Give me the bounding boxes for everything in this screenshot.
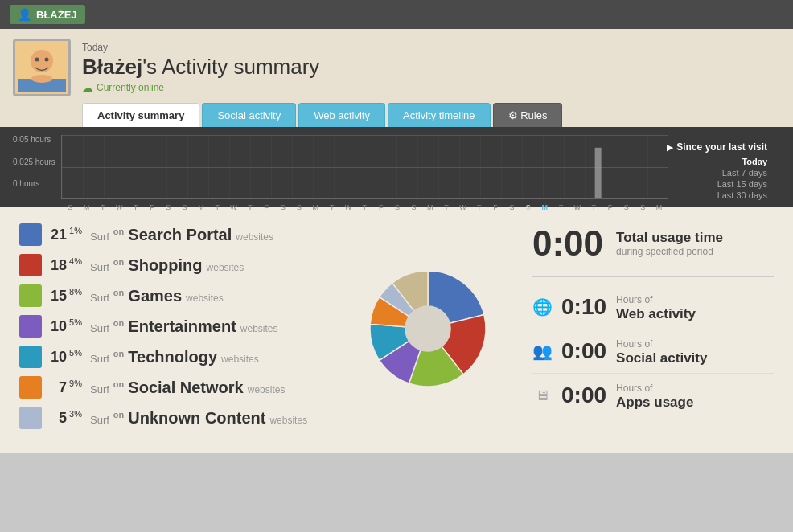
since-7days[interactable]: Last 7 days — [722, 167, 767, 178]
pie-chart — [355, 256, 500, 404]
svg-point-2 — [35, 58, 39, 62]
online-text: Currently online — [97, 82, 164, 93]
tab-social-activity[interactable]: Social activity — [202, 103, 296, 127]
total-label: Total usage time — [616, 230, 723, 246]
since-15days[interactable]: Last 15 days — [717, 178, 767, 190]
svg-point-10 — [405, 305, 451, 352]
since-title: ▶ Since your last visit — [663, 141, 767, 153]
play-icon: ▶ — [667, 143, 673, 152]
tab-activity-timeline[interactable]: Activity timeline — [388, 103, 491, 127]
since-options: Today Last 7 days Last 15 days Last 30 d… — [663, 156, 767, 201]
legend-color-shopping — [19, 254, 42, 276]
apps-label: Hours of — [616, 383, 652, 394]
since-30days[interactable]: Last 30 days — [717, 190, 767, 201]
tab-activity-summary[interactable]: Activity summary — [82, 103, 199, 127]
social-label: Hours of — [616, 338, 652, 350]
tab-rules[interactable]: ⚙ Rules — [493, 103, 563, 127]
legend-color-unknown — [19, 407, 42, 429]
header: Today Błażej's Activity summary ☁ Curren… — [0, 29, 793, 127]
apps-icon: 🖥 — [532, 387, 552, 404]
web-name: Web activity — [616, 306, 696, 322]
page-title: Błażej's Activity summary — [82, 55, 780, 80]
list-item: 21.1% Surf on Search Portal websites — [19, 223, 516, 246]
since-today[interactable]: Today — [742, 156, 767, 167]
apps-time: 0:00 — [561, 383, 606, 408]
apps-usage-stat: 🖥 0:00 Hours of Apps usage — [532, 374, 774, 417]
online-dot-icon: ☁ — [82, 81, 93, 94]
user-icon: 👤 — [18, 8, 31, 21]
today-label: Today — [82, 42, 780, 53]
svg-point-5 — [31, 75, 52, 83]
main-content: 21.1% Surf on Search Portal websites 18.… — [0, 207, 793, 453]
svg-point-1 — [31, 50, 53, 72]
user-name: Błażej — [82, 55, 142, 79]
globe-icon: 🌐 — [532, 297, 552, 317]
chart-area: 0.05 hours 0.025 hours 0 hours S — [0, 127, 793, 207]
avatar — [13, 39, 71, 96]
chart-y-label-bot: 0 hours — [13, 179, 61, 188]
web-label: Hours of — [616, 294, 652, 305]
svg-point-3 — [45, 58, 49, 62]
social-time: 0:00 — [561, 338, 606, 364]
legend-color-entertainment — [19, 315, 42, 338]
title-suffix: 's Activity summary — [142, 55, 319, 79]
top-bar: 👤 BŁAŻEJ — [0, 0, 793, 29]
tab-web-activity[interactable]: Web activity — [298, 103, 385, 127]
list-item: 5.3% Surf on Unknown Content websites — [19, 407, 516, 429]
user-tab[interactable]: 👤 BŁAŻEJ — [10, 5, 85, 24]
online-badge: ☁ Currently online — [82, 81, 164, 94]
tabs: Activity summary Social activity Web act… — [82, 103, 780, 127]
header-info: Today Błażej's Activity summary ☁ Curren… — [82, 39, 780, 127]
total-time: 0:00 — [532, 223, 603, 264]
svg-rect-7 — [62, 135, 668, 198]
web-activity-stat: 🌐 0:10 Hours of Web activity — [532, 285, 774, 329]
since-visit-panel: ▶ Since your last visit Today Last 7 day… — [663, 141, 767, 206]
legend-color-social — [19, 376, 42, 399]
social-activity-stat: 👥 0:00 Hours of Social activity — [532, 329, 774, 374]
legend-color-search — [19, 223, 42, 246]
total-usage-stat: 0:00 Total usage time during specified p… — [532, 223, 774, 277]
legend-color-games — [19, 284, 42, 307]
chart-y-label-mid: 0.025 hours — [13, 158, 61, 166]
legend-color-technology — [19, 346, 42, 368]
right-panel: 0:00 Total usage time during specified p… — [532, 223, 774, 437]
web-time: 0:10 — [561, 294, 606, 320]
social-icon: 👥 — [532, 342, 552, 361]
username-label: BŁAŻEJ — [36, 9, 77, 21]
total-sublabel: during specified period — [616, 246, 723, 257]
left-panel: 21.1% Surf on Search Portal websites 18.… — [19, 223, 516, 437]
svg-rect-8 — [595, 148, 602, 198]
social-name: Social activity — [616, 350, 707, 366]
chart-y-label-top: 0.05 hours — [13, 135, 61, 144]
apps-name: Apps usage — [616, 395, 693, 411]
